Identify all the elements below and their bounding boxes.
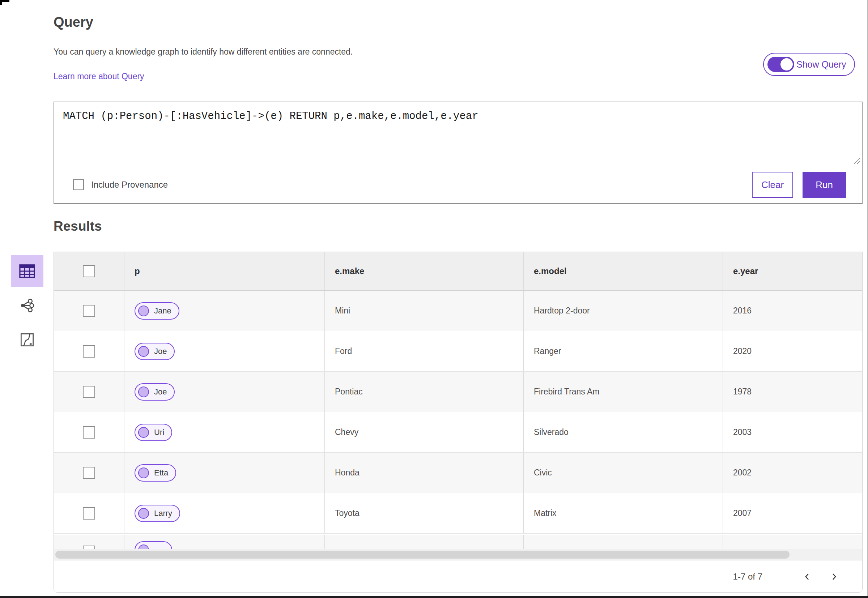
- query-editor-panel: MATCH (p:Person)-[:HasVehicle]->(e) RETU…: [54, 102, 863, 204]
- cell-model: Civic: [524, 453, 723, 493]
- toggle-knob: [780, 58, 793, 70]
- show-query-toggle[interactable]: Show Query: [763, 53, 855, 76]
- entity-dot-icon: [138, 508, 149, 519]
- view-switcher-table[interactable]: [11, 255, 43, 287]
- cell-model: Hardtop 2-door: [524, 291, 723, 331]
- entity-chip[interactable]: Etta: [135, 464, 176, 481]
- row-checkbox[interactable]: [83, 386, 95, 398]
- entity-chip[interactable]: [135, 541, 172, 549]
- cell-model: Firebird Trans Am: [524, 372, 723, 412]
- pagination-range-label: 1-7 of 7: [733, 572, 762, 582]
- cell-year: 2002: [723, 453, 862, 493]
- cell-make: Ford: [325, 331, 524, 371]
- show-query-label: Show Query: [796, 59, 846, 70]
- link-chart-icon: [19, 298, 35, 314]
- table-row: Jane Mini Hardtop 2-door 2016: [54, 291, 862, 331]
- clear-button[interactable]: Clear: [752, 172, 793, 198]
- table-icon: [19, 263, 36, 279]
- learn-more-link[interactable]: Learn more about Query: [54, 72, 144, 81]
- cell-year: 1978: [723, 372, 862, 412]
- cell-make: Honda: [325, 453, 524, 493]
- entity-dot-icon: [138, 427, 149, 438]
- pagination-prev-button[interactable]: [800, 570, 814, 584]
- view-switcher-map[interactable]: [11, 324, 43, 356]
- header-cell-select: [54, 252, 124, 290]
- include-provenance-checkbox[interactable]: [73, 179, 84, 190]
- cell-make: Toyota: [325, 493, 524, 533]
- select-all-checkbox[interactable]: [83, 265, 95, 277]
- entity-dot-icon: [138, 544, 149, 549]
- window-bottom-edge: [0, 596, 868, 598]
- table-footer: 1-7 of 7: [54, 560, 862, 593]
- header-cell-make: e.make: [325, 252, 524, 290]
- table-row: Uri Chevy Silverado 2003: [54, 412, 862, 453]
- cell-make: Chevy: [325, 412, 524, 452]
- cell-year: 2020: [723, 331, 862, 371]
- horizontal-scrollbar[interactable]: [54, 549, 862, 560]
- include-provenance-label: Include Provenance: [91, 180, 168, 190]
- row-checkbox[interactable]: [83, 305, 95, 317]
- header-cell-model: e.model: [524, 252, 723, 290]
- query-text-input[interactable]: MATCH (p:Person)-[:HasVehicle]->(e) RETU…: [54, 102, 862, 166]
- horizontal-scrollbar-thumb[interactable]: [55, 551, 790, 559]
- row-checkbox[interactable]: [83, 507, 95, 520]
- toggle-switch-icon[interactable]: [768, 57, 794, 72]
- entity-dot-icon: [138, 346, 149, 357]
- query-editor-footer: Include Provenance Clear Run: [54, 166, 862, 203]
- page-description: You can query a knowledge graph to ident…: [54, 47, 353, 57]
- entity-dot-icon: [138, 387, 149, 397]
- window-corner-mark: [0, 0, 2, 5]
- pagination-next-button[interactable]: [827, 570, 841, 584]
- view-switcher-link-chart[interactable]: [11, 290, 43, 321]
- entity-dot-icon: [138, 468, 149, 478]
- header-cell-p: p: [124, 252, 325, 290]
- cell-model: Ranger: [524, 331, 723, 371]
- table-row: Etta Honda Civic 2002: [54, 453, 862, 493]
- cell-year: 2003: [723, 412, 862, 452]
- table-header-row: p e.make e.model e.year: [54, 252, 862, 291]
- run-button[interactable]: Run: [802, 172, 846, 198]
- page-title: Query: [54, 15, 93, 30]
- chevron-right-icon: [830, 572, 838, 581]
- results-title: Results: [54, 219, 102, 234]
- cell-year: 2007: [723, 493, 862, 533]
- map-icon: [19, 332, 35, 347]
- row-checkbox[interactable]: [83, 426, 95, 438]
- cell-make: Pontiac: [325, 372, 524, 412]
- entity-chip[interactable]: Joe: [135, 343, 175, 360]
- cell-model: Silverado: [524, 412, 723, 452]
- entity-chip[interactable]: Joe: [135, 383, 175, 401]
- header-cell-year: e.year: [723, 252, 862, 290]
- entity-chip[interactable]: Larry: [135, 505, 180, 522]
- chevron-left-icon: [803, 572, 811, 581]
- table-row: Joe Pontiac Firebird Trans Am 1978: [54, 372, 862, 412]
- entity-chip[interactable]: Jane: [135, 302, 180, 320]
- entity-dot-icon: [138, 305, 149, 316]
- table-row: Joe Ford Ranger 2020: [54, 331, 862, 372]
- row-checkbox[interactable]: [83, 345, 95, 357]
- table-row-partial: [54, 535, 862, 549]
- cell-make: Mini: [325, 291, 524, 331]
- results-table: p e.make e.model e.year Jane Mini Hardto…: [54, 252, 863, 593]
- query-page: Query You can query a knowledge graph to…: [0, 0, 868, 598]
- entity-chip[interactable]: Uri: [135, 424, 172, 441]
- row-checkbox[interactable]: [83, 546, 95, 549]
- table-row: Larry Toyota Matrix 2007: [54, 493, 862, 534]
- row-checkbox[interactable]: [83, 467, 95, 479]
- cell-year: 2016: [723, 291, 862, 331]
- cell-model: Matrix: [524, 493, 723, 533]
